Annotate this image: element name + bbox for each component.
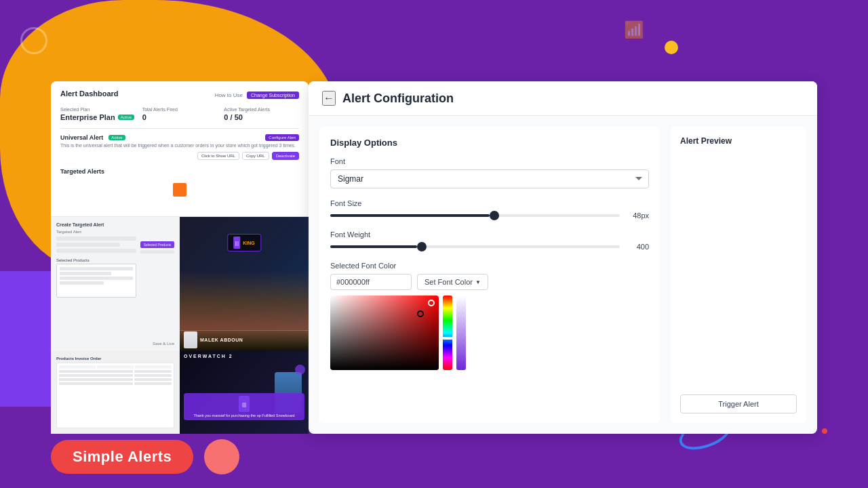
targeted-alerts-label: Active Targeted Alerts [224,107,299,112]
alert-icon: ||| [233,237,240,249]
config-title: Alert Configuration [342,92,454,106]
alert-description: This is the universal alert that will be… [60,143,299,148]
font-size-slider-fill [330,214,490,217]
active-badge: Active [118,115,134,120]
thank-you-overlay: ||| Thank you massief for purchasing the… [184,393,304,420]
total-alerts-value: 0 [142,113,218,121]
targeted-alerts-title: Targeted Alerts [60,168,299,175]
game-deco-circle [295,365,305,375]
player-card-overlay: MALEK ABDOUN [180,329,309,351]
universal-alert-section: Universal Alert Active Configure Alert T… [60,128,299,160]
set-font-color-button[interactable]: Set Font Color ▼ [417,274,488,290]
wifi-icon: 📶 [624,20,644,39]
font-label: Font [330,157,649,165]
color-gradient-box[interactable] [330,296,439,370]
trigger-alert-button[interactable]: Trigger Alert [680,394,797,413]
player-name: MALEK ABDOUN [200,338,243,342]
selected-plan-label: Selected Plan [60,107,136,112]
gradient-dark-overlay [330,296,439,370]
font-weight-slider-thumb[interactable] [417,242,427,251]
targeted-alerts-stat: Active Targeted Alerts 0 / 50 [224,107,299,121]
font-color-label: Selected Font Color [330,262,649,270]
main-content: Alert Dashboard How to Use Change Subscr… [51,81,817,434]
purchase-icon: ||| [239,396,250,412]
color-opacity-slider[interactable] [456,296,466,370]
overwatch-background: OVERWATCH 2 ||| Thank you massief for pu… [180,351,309,434]
color-text-input[interactable] [330,274,412,290]
king-text: KING [243,241,255,245]
preview-title: Alert Preview [680,136,797,146]
font-size-value: 48px [625,211,649,220]
targeted-alerts-section: Targeted Alerts [60,164,299,197]
thank-you-text: Thank you massief for purchasing the op … [188,413,300,418]
color-cursor-black [417,310,424,317]
screenshots-grid: Create Targeted Alert Targeted Alert Sel… [51,217,309,434]
set-font-color-label: Set Font Color [425,278,473,286]
universal-alert-badge: Active [108,135,125,140]
screenshot-product-list: Products Invoice Order [51,351,180,434]
font-select[interactable]: Sigmar Arial Georgia [330,169,649,188]
deco-dot-2 [822,428,827,434]
font-weight-label: Font Weight [330,230,649,239]
color-cursor-white [428,300,435,306]
targeted-alerts-value: 0 / 50 [224,113,299,121]
config-header: ← Alert Configuration [309,81,817,116]
bottom-bar: Simple Alerts [51,439,239,474]
selected-products-btn[interactable]: Selected Products [140,241,174,248]
selected-plan-stat: Selected Plan Enterprise Plan Active [60,107,136,121]
font-option-group: Font Sigmar Arial Georgia [330,157,649,188]
dashboard-title: Alert Dashboard [60,89,119,98]
config-body: Display Options Font Sigmar Arial Georgi… [309,116,817,434]
spectrum-thumb [443,337,452,340]
font-size-label: Font Size [330,199,649,207]
targeted-alert-icon [173,183,186,197]
total-alerts-stat: Total Alerts Fired 0 [142,107,218,121]
simple-alerts-button[interactable]: Simple Alerts [51,440,193,474]
display-options-title: Display Options [330,138,649,148]
font-weight-value: 400 [625,243,649,251]
back-button[interactable]: ← [322,91,336,106]
configure-alert-button[interactable]: Configure Alert [265,134,299,141]
deactivate-button[interactable]: Deactivate [272,152,299,160]
deco-circle-1 [20,27,47,54]
display-options-panel: Display Options Font Sigmar Arial Georgi… [319,127,660,423]
game-title: OVERWATCH 2 [180,351,309,361]
spectrum-container [443,296,452,370]
alert-preview-panel: Alert Preview Trigger Alert [671,127,806,423]
alert-configuration-panel: ← Alert Configuration Display Options Fo… [309,81,817,434]
screenshot-game: OVERWATCH 2 ||| Thank you massief for pu… [180,351,309,434]
universal-alert-title: Universal Alert [60,134,103,141]
player-avatar [184,331,197,348]
screenshot-admin-panel: Create Targeted Alert Targeted Alert Sel… [51,217,180,351]
how-to-use-link[interactable]: How to Use [215,92,243,98]
font-color-option-group: Selected Font Color Set Font Color ▼ [330,262,649,370]
font-size-option-group: Font Size 48px [330,199,649,220]
copy-url-button[interactable]: Copy URL [242,152,269,160]
color-picker [330,296,649,370]
selected-plan-value: Enterprise Plan [60,113,115,121]
change-subscription-button[interactable]: Change Subscription [247,92,299,99]
dashboard-card: Alert Dashboard How to Use Change Subscr… [51,81,309,217]
font-size-slider-thumb[interactable] [490,211,499,220]
color-spectrum[interactable] [443,296,452,370]
left-panel: Alert Dashboard How to Use Change Subscr… [51,81,309,434]
deco-dot-1 [665,41,678,54]
sports-alert-overlay: ||| KING [227,234,261,251]
total-alerts-label: Total Alerts Fired [142,107,218,112]
game-alert-overlay: ||| Thank you massief for purchasing the… [180,393,309,420]
field-line [180,330,309,331]
font-weight-slider-track[interactable] [330,245,620,248]
click-to-show-url-button[interactable]: Click to Show URL [197,152,239,160]
font-size-slider-track[interactable] [330,214,620,217]
font-weight-slider-fill [330,245,417,248]
chevron-down-icon: ▼ [475,279,481,285]
screenshot-sports: ||| KING MALEK ABDOUN [180,217,309,351]
font-weight-option-group: Font Weight 400 [330,230,649,251]
red-circle-button[interactable] [204,439,239,474]
